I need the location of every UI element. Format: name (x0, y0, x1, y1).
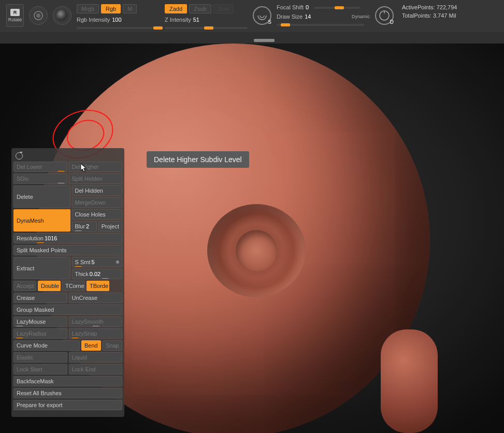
elastic-button[interactable]: Elastic (13, 352, 67, 363)
accept-button[interactable]: Accept (13, 281, 36, 291)
stats-block: ActivePoints: 722,794 TotalPoints: 3.747… (402, 4, 457, 21)
refresh-icon[interactable] (16, 152, 23, 160)
mesh-eye-socket (207, 204, 306, 297)
rgb-button[interactable]: Rgb (101, 4, 121, 13)
focal-shift-slider[interactable] (314, 7, 361, 9)
lazysnap-button[interactable]: LazySnap (69, 328, 123, 339)
quick-menu-panel: Del Lower Del Higher SDiv Split Hidden D… (11, 148, 124, 417)
z-intensity-value: 51 (193, 17, 199, 23)
double-button[interactable]: Double (38, 281, 61, 291)
snap-button[interactable]: Snap (103, 340, 122, 351)
tborder-button[interactable]: TBorde (87, 281, 109, 291)
lazyradius-button[interactable]: LazyRadius (13, 328, 67, 339)
zsub-button[interactable]: Zsub (189, 4, 211, 13)
draw-size-value: 14 (305, 13, 311, 20)
draw-size-ring-icon[interactable]: D (375, 6, 394, 25)
rgb-intensity-value: 100 (112, 17, 121, 23)
split-masked-button[interactable]: Split Masked Points (13, 245, 122, 255)
material-b-icon[interactable] (53, 6, 71, 25)
sdiv-button[interactable]: SDiv (13, 174, 67, 184)
blur-button[interactable]: Blur 2 (72, 221, 97, 232)
top-toolbar: R Rotate Mrgb Rgb M Rgb Intensity 100 Za… (0, 0, 504, 32)
ring-s-label: S (268, 19, 271, 25)
svg-point-2 (56, 10, 68, 21)
del-lower-button[interactable]: Del Lower (13, 162, 67, 172)
focal-shift-ring-icon[interactable]: S (253, 6, 271, 25)
dot-icon (116, 261, 119, 264)
split-hidden-button[interactable]: Split Hidden (69, 174, 123, 184)
group-masked-button[interactable]: Group Masked (13, 305, 122, 315)
rgb-intensity-slider[interactable] (77, 27, 160, 29)
timeline-bar[interactable] (0, 32, 504, 44)
material-a-icon[interactable] (29, 6, 48, 25)
lazymouse-button[interactable]: LazyMouse (13, 316, 67, 327)
crease-button[interactable]: Crease (13, 293, 67, 303)
focal-shift-label: Focal Shift (277, 4, 304, 10)
tooltip: Delete Higher Subdiv Level (147, 151, 249, 168)
s-smt-slider[interactable]: S Smt 5 (72, 257, 123, 267)
extract-button[interactable]: Extract (13, 257, 70, 279)
project-button[interactable]: Project (98, 221, 122, 232)
timeline-scrub-handle[interactable] (254, 39, 275, 42)
z-intensity-slider[interactable] (165, 27, 248, 29)
rgb-intensity-label: Rgb Intensity (77, 17, 110, 23)
total-points-label: TotalPoints: (402, 12, 431, 19)
close-holes-button[interactable]: Close Holes (72, 209, 123, 220)
backface-mask-button[interactable]: BackfaceMask (13, 376, 122, 386)
draw-size-label: Draw Size (277, 13, 303, 20)
lazysmooth-button[interactable]: LazySmooth (69, 316, 123, 327)
dynamic-label[interactable]: Dynamic (352, 14, 370, 19)
active-points-value: 722,794 (437, 4, 457, 10)
mesh-ear (381, 329, 438, 433)
del-hidden-button[interactable]: Del Hidden (72, 185, 123, 196)
lock-end-button[interactable]: Lock End (69, 364, 123, 374)
prepare-export-button[interactable]: Prepare for export (13, 400, 122, 410)
draw-size-slider[interactable] (277, 24, 365, 26)
bend-button[interactable]: Bend (81, 340, 101, 351)
active-points-label: ActivePoints: (402, 4, 435, 10)
svg-point-1 (36, 13, 40, 18)
uncrease-button[interactable]: UnCrease (69, 293, 123, 303)
merge-down-button[interactable]: MergeDown (72, 197, 123, 208)
reset-brushes-button[interactable]: Reset All Brushes (13, 388, 122, 398)
ring-d-label: D (390, 19, 394, 25)
zadd-button[interactable]: Zadd (165, 4, 187, 13)
liquid-button[interactable]: Liquid (69, 352, 123, 363)
focal-shift-value: 0 (306, 4, 309, 10)
total-points-value: 3.747 Mil (433, 12, 456, 19)
resolution-slider[interactable]: Resolution 1016 (13, 233, 122, 243)
zcut-button[interactable]: Zcut (213, 4, 234, 13)
mouse-cursor-icon (81, 164, 87, 172)
rotate-badge-icon: R (10, 9, 20, 16)
tcorner-button[interactable]: TCorne (62, 281, 85, 291)
lock-start-button[interactable]: Lock Start (13, 364, 67, 374)
dynamesh-button[interactable]: DynaMesh (13, 209, 70, 232)
rotate-label: Rotate (8, 17, 22, 22)
rotate-button[interactable]: R Rotate (6, 4, 24, 27)
curve-mode-button[interactable]: Curve Mode (13, 340, 80, 351)
delete-button[interactable]: Delete (13, 185, 70, 208)
del-higher-button[interactable]: Del Higher (69, 162, 123, 172)
thick-slider[interactable]: Thick 0.02 (72, 269, 123, 279)
m-button[interactable]: M (123, 4, 137, 13)
z-intensity-label: Z Intensity (165, 17, 191, 23)
mrgb-button[interactable]: Mrgb (77, 4, 99, 13)
